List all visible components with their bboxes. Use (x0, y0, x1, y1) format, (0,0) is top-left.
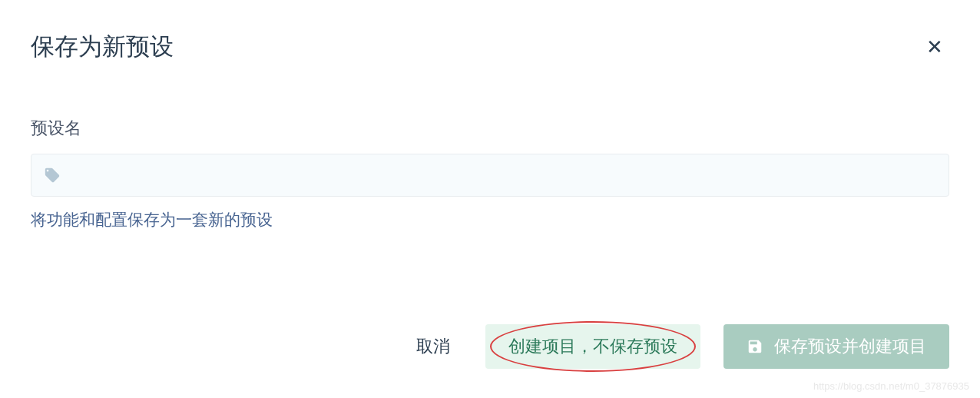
dialog-title: 保存为新预设 (31, 31, 174, 63)
tag-icon (44, 167, 61, 184)
cancel-button[interactable]: 取消 (404, 326, 462, 367)
dialog-header: 保存为新预设 ✕ (31, 31, 949, 63)
save-icon (747, 338, 763, 355)
close-button[interactable]: ✕ (920, 34, 949, 60)
preset-name-label: 预设名 (31, 117, 949, 140)
create-project-no-save-button[interactable]: 创建项目，不保存预设 (485, 324, 700, 369)
watermark-text: https://blog.csdn.net/m0_37876935 (813, 380, 969, 392)
close-icon: ✕ (926, 35, 943, 58)
dialog-footer: 取消 创建项目，不保存预设 保存预设并创建项目 (404, 324, 949, 369)
preset-name-input[interactable] (70, 154, 936, 196)
save-preset-create-project-button[interactable]: 保存预设并创建项目 (723, 324, 949, 369)
save-preset-label: 保存预设并创建项目 (774, 335, 926, 358)
create-project-label: 创建项目，不保存预设 (508, 335, 677, 358)
preset-name-section: 预设名 将功能和配置保存为一套新的预设 (31, 117, 949, 231)
preset-name-input-wrapper[interactable] (31, 154, 949, 197)
preset-name-hint: 将功能和配置保存为一套新的预设 (31, 209, 949, 231)
save-preset-dialog: 保存为新预设 ✕ 预设名 将功能和配置保存为一套新的预设 (0, 0, 980, 231)
